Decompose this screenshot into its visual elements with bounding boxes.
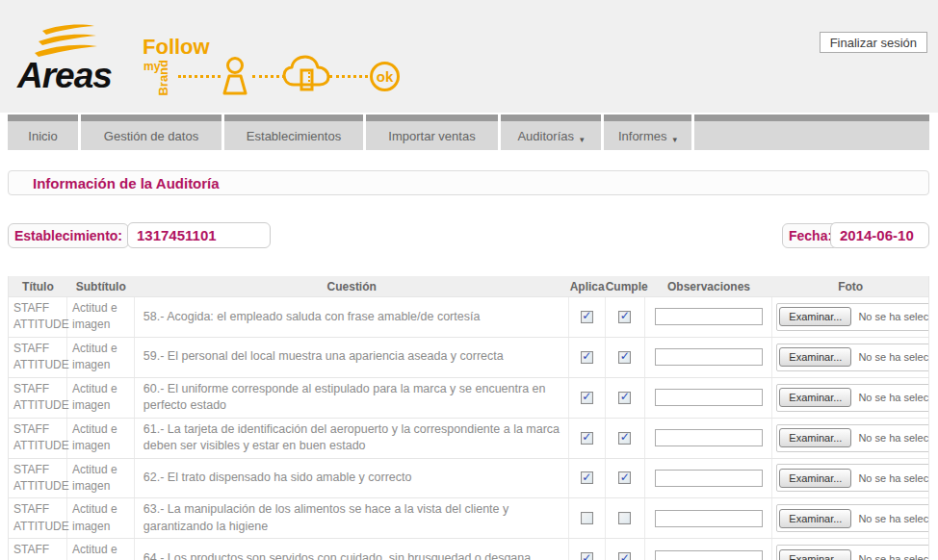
observaciones-input[interactable] [655,348,763,366]
cell-cumple [606,539,645,560]
aplica-checkbox[interactable] [581,392,593,404]
cell-observaciones [645,338,773,377]
observaciones-input[interactable] [655,470,763,487]
page-title-bar: Información de la Auditoría [8,170,929,195]
col-header-foto: Foto [772,280,928,293]
cell-observaciones [645,539,773,560]
nav-tab-importar-ventas[interactable]: Importar ventas [366,115,498,150]
cell-foto: Examinar... No se ha seleccio.. [772,459,928,498]
aplica-checkbox[interactable] [581,311,593,323]
cell-cumple [606,338,645,377]
cell-titulo: STAFF ATTITUDE [9,459,67,498]
file-input[interactable]: Examinar... No se ha seleccio.. [776,545,928,560]
nav-tab-label: Informes [618,129,667,143]
nav-tab-label: Establecimientos [247,129,341,143]
col-header-observaciones: Observaciones [645,280,773,293]
col-header-titulo: Título [9,280,67,293]
cumple-checkbox[interactable] [618,471,631,484]
browse-button[interactable]: Examinar... [779,549,851,560]
file-input[interactable]: Examinar... No se ha seleccio.. [776,384,928,412]
establecimiento-value: 1317451101 [127,222,271,248]
cell-cuestion: 59.- El personal del local muestra una a… [135,338,569,377]
nav-tab-label: Inicio [28,129,57,143]
browse-button[interactable]: Examinar... [779,428,851,447]
table-row: STAFF ATTITUDE Actitud e imagen 63.- La … [9,497,928,538]
cell-subtitulo: Actitud e imagen [67,378,135,418]
browse-button[interactable]: Examinar... [779,388,851,407]
cell-titulo: STAFF ATTITUDE [9,297,67,337]
table-row: STAFF ATTITUDE Actitud e imagen 59.- El … [9,337,928,377]
table-row: STAFF ATTITUDE Actitud e imagen 64.- Los… [9,538,928,560]
cell-subtitulo: Actitud e imagen [67,338,135,377]
file-input[interactable]: Examinar... No se ha seleccio.. [776,424,928,452]
cell-aplica [569,459,606,498]
observaciones-input[interactable] [655,308,763,325]
ok-badge-icon: ok [370,62,400,91]
page-title: Información de la Auditoría [33,175,220,191]
file-input[interactable]: Examinar... No se ha seleccio.. [776,303,928,331]
browse-button[interactable]: Examinar... [779,509,851,528]
aplica-checkbox[interactable] [581,552,593,560]
cumple-checkbox[interactable] [618,392,631,404]
cell-cuestion: 62.- El trato dispensado ha sido amable … [135,459,569,498]
cell-observaciones [645,459,773,498]
nav-tab-inicio[interactable]: Inicio [8,115,78,150]
cell-subtitulo: Actitud e imagen [67,419,135,458]
cell-foto: Examinar... No se ha seleccio.. [772,498,928,538]
logout-button[interactable]: Finalizar sesión [820,32,927,53]
table-row: STAFF ATTITUDE Actitud e imagen 60.- El … [9,377,928,418]
nav-tab-establecimientos[interactable]: Establecimientos [224,115,363,150]
observaciones-input[interactable] [655,429,763,446]
cell-aplica [569,539,606,560]
observaciones-input[interactable] [655,550,763,560]
cell-foto: Examinar... No se ha seleccio.. [772,539,928,560]
cumple-checkbox[interactable] [618,351,631,364]
cell-aplica [569,498,606,538]
cumple-checkbox[interactable] [618,512,631,524]
cumple-checkbox[interactable] [618,552,631,560]
nav-tab-auditor-as[interactable]: Auditorías▾ [501,115,601,150]
aplica-checkbox[interactable] [581,512,593,524]
observaciones-input[interactable] [655,389,763,406]
dotted-connector [252,75,285,78]
aplica-checkbox[interactable] [581,471,593,484]
cell-observaciones [645,498,773,538]
col-header-cumple: Cumple [606,280,645,293]
cell-cuestion: 61.- La tarjeta de identificación del ae… [135,419,569,458]
brand-text: Brand [156,60,170,96]
nav-tab-informes[interactable]: Informes▾ [604,115,691,150]
no-file-selected-text: No se ha seleccio.. [858,513,928,524]
aplica-checkbox[interactable] [581,351,593,364]
cell-titulo: STAFF ATTITUDE [9,419,67,458]
cell-foto: Examinar... No se ha seleccio.. [772,338,928,377]
browse-button[interactable]: Examinar... [779,347,851,367]
browse-button[interactable]: Examinar... [779,307,851,326]
nav-filler [694,115,929,150]
cell-cumple [606,297,645,337]
header-banner: Areas Follow my Brand ok Finalizar sesió… [0,0,938,113]
fecha-value: 2014-06-10 [830,222,929,248]
establecimiento-label: Establecimiento: [8,223,129,248]
dotted-connector [178,75,221,78]
dotted-connector [329,75,368,78]
cell-subtitulo: Actitud e imagen [67,297,135,337]
no-file-selected-text: No se ha seleccio.. [858,351,928,363]
cumple-checkbox[interactable] [618,311,631,323]
cell-aplica [569,378,606,418]
file-input[interactable]: Examinar... No se ha seleccio.. [776,464,928,492]
chevron-down-icon: ▾ [580,135,585,144]
aplica-checkbox[interactable] [581,432,593,445]
table-header-row: Título Subtítulo Cuestión Aplica Cumple … [9,276,928,296]
observaciones-input[interactable] [655,510,763,527]
no-file-selected-text: No se ha seleccio.. [858,472,928,484]
cumple-checkbox[interactable] [618,432,631,445]
nav-tab-gesti-n-de-datos[interactable]: Gestión de datos [81,115,221,150]
areas-swoosh-icon [29,23,98,60]
col-header-subtitulo: Subtítulo [67,280,135,293]
cell-titulo: STAFF ATTITUDE [9,338,67,377]
areas-logo: Areas [17,21,143,103]
browse-button[interactable]: Examinar... [779,469,851,488]
file-input[interactable]: Examinar... No se ha seleccio.. [776,504,928,532]
nav-tab-label: Auditorías [517,129,574,143]
file-input[interactable]: Examinar... No se ha seleccio.. [776,344,928,371]
